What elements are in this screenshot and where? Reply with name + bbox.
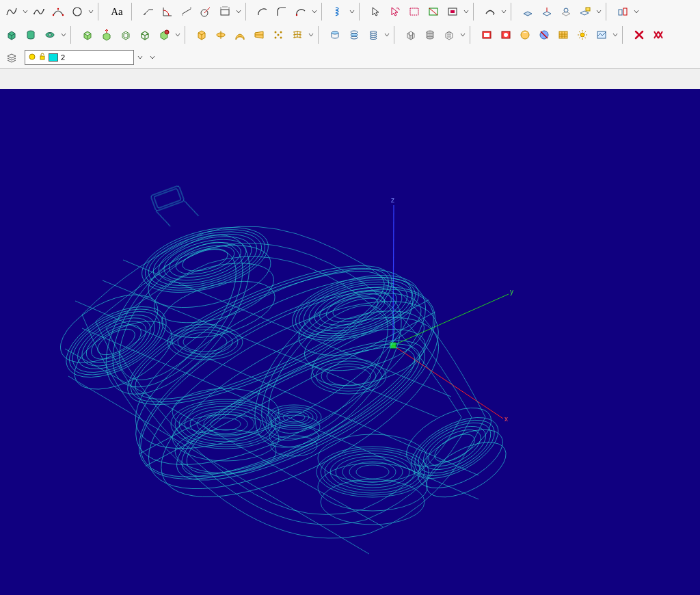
text-tool[interactable]: Aa: [106, 3, 128, 21]
pattern-icon[interactable]: [269, 26, 287, 44]
delete-all-icon[interactable]: [649, 26, 667, 44]
mesh-extract-icon[interactable]: [440, 26, 458, 44]
solid-edit-icon[interactable]: [155, 26, 173, 44]
select-arrow-icon[interactable]: [367, 3, 385, 21]
environment-icon[interactable]: [593, 26, 610, 44]
cylinder-solid-icon[interactable]: [22, 26, 40, 44]
toolbar-separator: [98, 3, 103, 21]
svg-point-156: [316, 361, 381, 391]
dropdown-arrow-icon[interactable]: [349, 3, 355, 20]
render-settings-icon[interactable]: [497, 26, 515, 44]
svg-point-109: [336, 456, 409, 488]
ordinate-dim-icon[interactable]: [216, 3, 234, 21]
hide-material-icon[interactable]: [535, 26, 553, 44]
sweep-icon[interactable]: [231, 26, 249, 44]
layer-selector[interactable]: 2: [25, 49, 144, 66]
dropdown-arrow-icon[interactable]: [459, 27, 466, 43]
dropdown-arrow-icon[interactable]: [463, 3, 470, 20]
render-preview-icon[interactable]: [478, 26, 496, 44]
arc-tool-icon[interactable]: [254, 3, 271, 21]
helix-tool-icon[interactable]: [329, 3, 347, 21]
toolbar-separator: [185, 26, 189, 44]
layers-panel-icon[interactable]: [3, 49, 21, 66]
extrude-box-icon[interactable]: [98, 26, 116, 44]
dropdown-arrow-icon[interactable]: [60, 27, 67, 43]
toolbar-overflow-icon[interactable]: [149, 49, 156, 66]
slice-icon[interactable]: [345, 26, 363, 44]
curve-tool-icon[interactable]: [3, 3, 21, 21]
invert-select-icon[interactable]: [444, 3, 461, 21]
circle-tool-icon[interactable]: [68, 3, 86, 21]
revolve-icon[interactable]: [212, 26, 230, 44]
svg-point-63: [69, 304, 163, 380]
svg-point-28: [351, 31, 358, 34]
cube-icon[interactable]: [79, 26, 96, 44]
svg-point-76: [165, 236, 245, 284]
toolbar-separator: [321, 3, 326, 21]
window-select-icon[interactable]: [405, 3, 423, 21]
svg-point-19: [49, 34, 52, 36]
cplane-icon[interactable]: [519, 3, 537, 21]
svg-line-135: [156, 209, 170, 229]
dropdown-arrow-icon[interactable]: [612, 27, 619, 43]
dropdown-arrow-icon[interactable]: [174, 27, 181, 43]
svg-point-23: [280, 31, 282, 34]
extrude-icon[interactable]: [193, 26, 211, 44]
toolbar-row-layers: 2: [0, 47, 700, 68]
tangent-arc-icon[interactable]: [292, 3, 310, 21]
world-cplane-icon[interactable]: [557, 3, 575, 21]
svg-point-25: [280, 37, 282, 39]
toolbar-separator: [511, 3, 515, 21]
linear-dim-icon[interactable]: [178, 3, 196, 21]
dropdown-arrow-icon[interactable]: [595, 3, 602, 20]
sun-icon[interactable]: [574, 26, 591, 44]
texture-map-icon[interactable]: [554, 26, 572, 44]
toolbar-separator: [245, 3, 250, 21]
material-browser-icon[interactable]: [516, 26, 534, 44]
loft-icon[interactable]: [250, 26, 268, 44]
wire-cube-icon[interactable]: [136, 26, 154, 44]
svg-rect-38: [484, 33, 489, 37]
svg-point-64: [75, 308, 158, 375]
snap-end-icon[interactable]: [614, 3, 632, 21]
svg-point-34: [370, 38, 377, 40]
layer-dropdown-arrow-icon[interactable]: [137, 49, 144, 66]
network-icon[interactable]: [288, 26, 306, 44]
mesh-cylinder-icon[interactable]: [421, 26, 439, 44]
dropdown-arrow-icon[interactable]: [308, 27, 314, 43]
set-cplane-icon[interactable]: [538, 3, 556, 21]
svg-point-3: [57, 8, 59, 10]
svg-point-26: [278, 34, 280, 36]
radial-dim-icon[interactable]: [197, 3, 215, 21]
svg-point-160: [172, 327, 238, 357]
dropdown-arrow-icon[interactable]: [235, 3, 242, 20]
dropdown-arrow-icon[interactable]: [311, 3, 318, 20]
crossing-select-icon[interactable]: [425, 3, 442, 21]
viewport-3d[interactable]: x y z: [0, 89, 700, 595]
freehand-curve-icon[interactable]: [30, 3, 48, 21]
svg-rect-9: [410, 8, 418, 15]
leader-line-icon[interactable]: [139, 3, 157, 21]
toolbar-separator: [318, 26, 323, 44]
svg-point-103: [175, 429, 276, 473]
mesh-box-icon[interactable]: [402, 26, 420, 44]
contour-icon[interactable]: [364, 26, 382, 44]
box-solid-icon[interactable]: [3, 26, 21, 44]
dropdown-arrow-icon[interactable]: [22, 3, 29, 20]
toolbar-separator: [394, 26, 399, 44]
dropdown-arrow-icon[interactable]: [500, 3, 507, 20]
cap-icon[interactable]: [326, 26, 344, 44]
hollow-box-icon[interactable]: [117, 26, 135, 44]
torus-solid-icon[interactable]: [41, 26, 59, 44]
delete-icon[interactable]: [630, 26, 648, 44]
svg-point-22: [275, 31, 277, 34]
angular-dim-icon[interactable]: [159, 3, 176, 21]
spline-fit-icon[interactable]: [49, 3, 67, 21]
dropdown-arrow-icon[interactable]: [383, 27, 390, 43]
lasso-select-icon[interactable]: [386, 3, 404, 21]
dropdown-arrow-icon[interactable]: [88, 3, 94, 20]
named-cplane-icon[interactable]: [576, 3, 594, 21]
fillet-arc-icon[interactable]: [273, 3, 291, 21]
transform-icon[interactable]: [481, 3, 499, 21]
dropdown-arrow-icon[interactable]: [633, 3, 640, 20]
